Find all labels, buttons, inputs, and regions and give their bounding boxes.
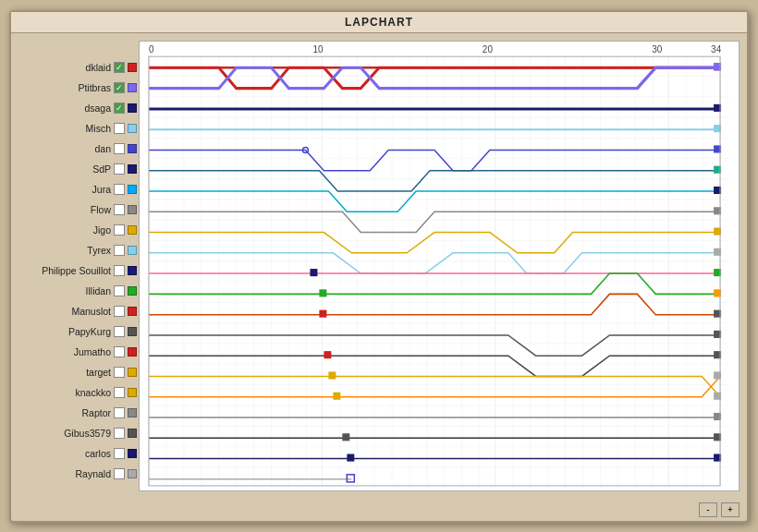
driver-checkbox[interactable] [114, 367, 125, 378]
driver-checkbox[interactable] [114, 62, 125, 73]
driver-color-dot [128, 469, 137, 478]
driver-checkbox[interactable] [114, 265, 125, 276]
driver-checkbox[interactable] [114, 245, 125, 256]
driver-label-row: dsaga [18, 98, 139, 118]
driver-name: SdP [92, 163, 111, 175]
driver-label-row: Illidan [18, 281, 139, 301]
driver-label-row: Jigo [18, 220, 139, 240]
driver-color-dot [128, 266, 137, 275]
driver-color-dot [128, 83, 137, 92]
driver-name: dsaga [84, 103, 111, 114]
driver-name: Jigo [93, 224, 111, 236]
svg-rect-85 [342, 433, 349, 441]
svg-rect-73 [319, 289, 326, 296]
driver-checkbox[interactable] [114, 306, 125, 317]
driver-name: dan [94, 143, 111, 154]
plus-button[interactable]: + [721, 502, 740, 517]
driver-label-row: Tyrex [18, 240, 139, 260]
driver-color-dot [128, 388, 137, 397]
driver-label-row: dklaid [18, 57, 139, 78]
driver-label-row: Jumatho [18, 342, 139, 362]
driver-checkbox[interactable] [114, 204, 125, 215]
minus-button[interactable]: - [699, 502, 717, 517]
driver-name: knackko [75, 387, 111, 398]
driver-name: carlos [85, 448, 111, 459]
driver-name: Illidan [86, 285, 111, 296]
svg-text:0: 0 [149, 44, 154, 54]
svg-rect-75 [319, 309, 326, 317]
driver-name: Gibus3579 [64, 428, 111, 439]
driver-name: Raptor [81, 407, 111, 418]
driver-checkbox[interactable] [114, 123, 125, 134]
driver-label-row: Manuslot [18, 301, 139, 321]
driver-name: dklaid [86, 62, 111, 73]
labels-column: dklaidPtitbrasdsagaMischdanSdPJuraFlowJi… [18, 41, 139, 491]
driver-label-row: Jura [18, 179, 139, 200]
driver-name: Ptitbras [78, 82, 111, 93]
driver-checkbox[interactable] [114, 143, 125, 154]
driver-name: Flow [91, 204, 111, 215]
chart-area: 0 10 20 30 34 [139, 41, 740, 491]
driver-checkbox[interactable] [114, 224, 125, 236]
driver-color-dot [128, 124, 137, 133]
driver-name: Tyrex [87, 245, 111, 256]
driver-label-row: Flow [18, 200, 139, 220]
driver-label-row: dan [18, 139, 139, 159]
driver-label-row: Raynald [18, 464, 139, 484]
driver-checkbox[interactable] [114, 82, 125, 93]
title-bar: LAPCHART [11, 12, 747, 33]
driver-checkbox[interactable] [114, 428, 125, 439]
driver-color-dot [128, 368, 137, 377]
svg-rect-71 [310, 269, 317, 276]
svg-text:10: 10 [312, 44, 323, 54]
svg-text:34: 34 [711, 44, 721, 54]
driver-color-dot [128, 185, 137, 194]
driver-color-dot [128, 225, 137, 235]
svg-text:30: 30 [652, 44, 662, 54]
driver-checkbox[interactable] [114, 326, 125, 337]
driver-color-dot [128, 429, 137, 438]
driver-color-dot [128, 408, 137, 417]
driver-label-row: knackko [18, 382, 139, 403]
driver-name: Raynald [75, 468, 111, 479]
driver-color-dot [128, 164, 137, 174]
driver-name: Misch [86, 123, 111, 134]
driver-color-dot [128, 144, 137, 153]
driver-label-row: Raptor [18, 403, 139, 423]
driver-color-dot [128, 449, 137, 458]
driver-label-row: carlos [18, 443, 139, 464]
lap-chart-svg: 0 10 20 30 34 [140, 42, 739, 490]
driver-color-dot [128, 347, 137, 357]
driver-label-row: target [18, 362, 139, 382]
svg-rect-80 [328, 371, 336, 379]
driver-label-row: PapyKurg [18, 321, 139, 342]
svg-rect-87 [347, 453, 354, 461]
main-window: LAPCHART dklaidPtitbrasdsagaMischdanSdPJ… [9, 10, 749, 523]
driver-checkbox[interactable] [114, 448, 125, 459]
driver-label-row: SdP [18, 159, 139, 179]
driver-checkbox[interactable] [114, 387, 125, 398]
driver-checkbox[interactable] [114, 468, 125, 479]
driver-name: PapyKurg [68, 326, 111, 337]
driver-color-dot [128, 103, 137, 113]
driver-checkbox[interactable] [114, 285, 125, 296]
driver-checkbox[interactable] [114, 163, 125, 175]
driver-label-row: Philippe Souillot [18, 260, 139, 281]
driver-checkbox[interactable] [114, 407, 125, 418]
driver-color-dot [128, 327, 137, 336]
driver-checkbox[interactable] [114, 346, 125, 357]
driver-checkbox[interactable] [114, 103, 125, 114]
driver-color-dot [128, 286, 137, 296]
driver-name: Philippe Souillot [42, 265, 111, 276]
driver-label-row: Ptitbras [18, 78, 139, 98]
driver-label-row: Gibus3579 [18, 423, 139, 443]
chart-inner: 0 10 20 30 34 [140, 42, 739, 490]
driver-name: target [86, 367, 111, 378]
driver-color-dot [128, 205, 137, 214]
bottom-bar: - + [11, 499, 747, 521]
svg-text:20: 20 [483, 44, 493, 54]
driver-checkbox[interactable] [114, 184, 125, 195]
driver-name: Manuslot [71, 306, 111, 317]
driver-name: Jura [92, 184, 111, 195]
svg-rect-89 [347, 474, 354, 481]
